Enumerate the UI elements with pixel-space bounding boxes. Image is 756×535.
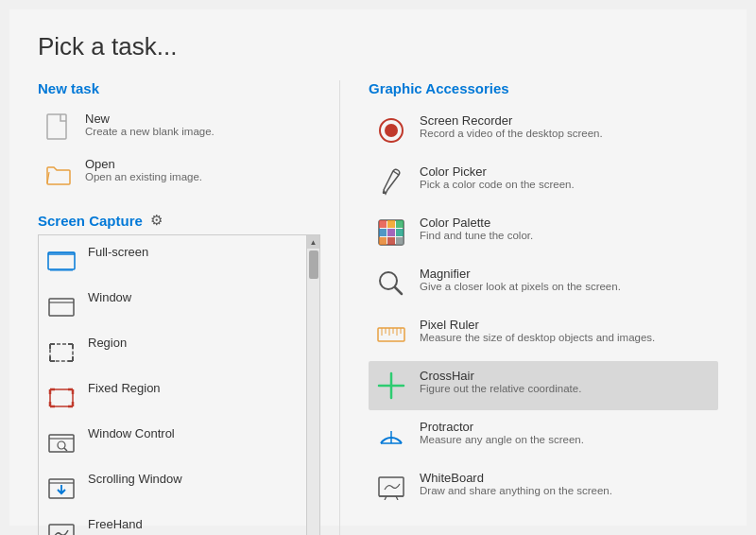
main-container: Pick a task... New task New Cr (9, 9, 747, 526)
svg-point-37 (385, 124, 398, 137)
svg-rect-39 (379, 220, 387, 228)
svg-rect-45 (379, 237, 387, 245)
two-column-layout: New task New Create a new blank image. (38, 80, 718, 535)
new-task-text: New Create a new blank image. (85, 112, 215, 137)
ga-color-palette[interactable]: Color Palette Find and tune the color. (369, 208, 718, 257)
whiteboard-text: WhiteBoard Draw and share anything on th… (420, 471, 612, 496)
fixed-region-text: Fixed Region (88, 381, 161, 395)
svg-rect-40 (387, 220, 395, 228)
protractor-icon (374, 420, 408, 454)
svg-rect-41 (396, 220, 404, 228)
screen-capture-list: Full-screen (39, 235, 319, 535)
svg-rect-31 (49, 525, 74, 535)
region-text: Region (88, 336, 127, 350)
svg-rect-46 (387, 237, 395, 245)
fixed-region-icon (44, 381, 78, 415)
scrollbar-thumb[interactable] (309, 250, 318, 279)
ga-screen-recorder[interactable]: Screen Recorder Record a video of the de… (369, 106, 718, 155)
capture-full-screen[interactable]: Full-screen (41, 239, 302, 285)
color-picker-icon (374, 164, 408, 198)
ga-pixel-ruler[interactable]: Pixel Ruler Measure the size of desktop … (369, 310, 718, 359)
svg-rect-3 (50, 269, 73, 271)
svg-point-26 (58, 441, 65, 449)
pixel-ruler-text: Pixel Ruler Measure the size of desktop … (420, 318, 655, 343)
screen-capture-section: Screen Capture ⚙ (38, 212, 320, 535)
color-palette-icon (374, 216, 408, 250)
svg-rect-2 (48, 252, 75, 255)
pixel-ruler-icon (374, 318, 408, 352)
new-icon (42, 112, 76, 146)
new-task-section: New task New Create a new blank image. (38, 80, 320, 197)
color-picker-text: Color Picker Pick a color code on the sc… (420, 164, 575, 190)
capture-scrolling-window[interactable]: Scrolling Window (41, 466, 302, 511)
window-icon (44, 290, 78, 324)
svg-rect-6 (50, 344, 73, 361)
capture-freehand[interactable]: FreeHand (41, 511, 302, 535)
open-task-title: Open (85, 157, 202, 171)
svg-rect-43 (387, 229, 395, 236)
svg-rect-42 (379, 229, 387, 236)
color-palette-text: Color Palette Find and tune the color. (420, 216, 533, 241)
ga-magnifier[interactable]: Magnifier Give a closer look at pixels o… (369, 259, 718, 308)
open-task-item[interactable]: Open Open an existing image. (38, 151, 320, 197)
window-text: Window (88, 290, 131, 304)
screen-recorder-icon (374, 113, 408, 147)
freehand-text: FreeHand (88, 517, 143, 531)
window-control-text: Window Control (88, 426, 175, 440)
svg-line-49 (395, 287, 402, 294)
svg-rect-62 (379, 477, 404, 496)
full-screen-text: Full-screen (88, 245, 148, 259)
left-column: New task New Create a new blank image. (38, 80, 340, 535)
region-icon (44, 336, 78, 370)
full-screen-icon (44, 245, 78, 279)
screen-capture-header: Screen Capture ⚙ (38, 212, 320, 229)
ga-whiteboard[interactable]: WhiteBoard Draw and share anything on th… (369, 463, 718, 512)
magnifier-icon (374, 267, 408, 301)
svg-rect-47 (396, 237, 404, 245)
capture-region[interactable]: Region (41, 330, 302, 375)
window-control-icon (44, 426, 78, 460)
svg-rect-0 (47, 114, 66, 139)
capture-fixed-region[interactable]: Fixed Region (41, 375, 302, 421)
open-task-text: Open Open an existing image. (85, 157, 202, 182)
new-task-title: New (85, 112, 215, 126)
ga-color-picker[interactable]: Color Picker Pick a color code on the sc… (369, 157, 718, 206)
protractor-text: Protractor Measure any angle on the scre… (420, 420, 584, 445)
scrolling-window-icon (44, 472, 78, 506)
capture-window-control[interactable]: Window Control (41, 421, 302, 466)
right-column: Graphic Accessories Screen Recorder Reco… (340, 80, 718, 535)
page-title: Pick a task... (38, 32, 718, 61)
crosshair-icon (374, 369, 408, 403)
open-task-desc: Open an existing image. (85, 171, 202, 182)
svg-rect-15 (50, 389, 73, 406)
svg-line-27 (64, 448, 67, 451)
capture-window[interactable]: Window (41, 285, 302, 330)
screen-capture-title: Screen Capture (38, 213, 143, 229)
freehand-icon (44, 517, 78, 535)
scrollbar[interactable]: ▲ ▼ (306, 235, 319, 535)
graphic-accessories-title: Graphic Accessories (369, 80, 718, 96)
new-task-desc: Create a new blank image. (85, 126, 215, 137)
crosshair-text: CrossHair Figure out the relative coordi… (420, 369, 581, 394)
screen-recorder-text: Screen Recorder Record a video of the de… (420, 113, 603, 139)
svg-rect-44 (396, 229, 404, 236)
gear-icon[interactable]: ⚙ (150, 212, 163, 229)
screen-capture-scroll-area: Full-screen (38, 234, 320, 535)
open-icon (42, 157, 76, 191)
new-task-section-title: New task (38, 80, 320, 96)
scrolling-window-text: Scrolling Window (88, 472, 182, 486)
scrollbar-up-button[interactable]: ▲ (307, 235, 320, 249)
ga-protractor[interactable]: Protractor Measure any angle on the scre… (369, 412, 718, 461)
new-task-item[interactable]: New Create a new blank image. (38, 106, 320, 151)
whiteboard-icon (374, 471, 408, 505)
magnifier-text: Magnifier Give a closer look at pixels o… (420, 267, 621, 292)
ga-crosshair[interactable]: CrossHair Figure out the relative coordi… (369, 361, 718, 410)
svg-rect-4 (49, 299, 74, 316)
